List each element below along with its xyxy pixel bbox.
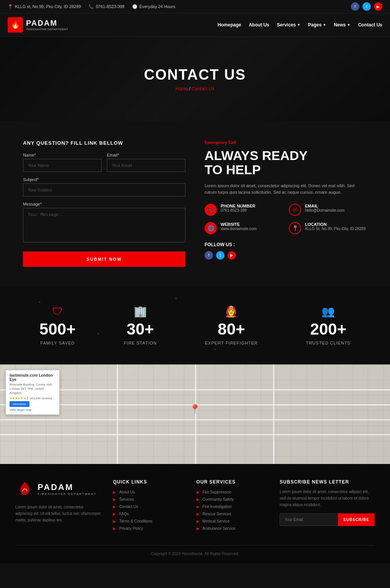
- info-heading: ALWAYS READY TO HELP: [205, 149, 367, 177]
- email-input[interactable]: [107, 159, 185, 172]
- follow-twitter-icon[interactable]: t: [216, 251, 224, 260]
- form-group-message: Message*: [23, 202, 185, 242]
- directions-button[interactable]: Directions: [10, 401, 29, 407]
- email-contact-icon: ✉: [289, 204, 301, 216]
- footer-link-services[interactable]: ▶ Services: [113, 497, 185, 501]
- hours-info: 🕐 Everyday 24 Hours: [132, 4, 175, 9]
- contact-form-side: ANY QUESTION? FILL LINK BELLOW Name* Ema…: [23, 140, 185, 267]
- footer-link-privacy[interactable]: ▶ Privacy Policy: [113, 526, 185, 531]
- top-bar-left: 📍 KLLG st, No.99, Pku City, ID 28289 📞 0…: [8, 4, 175, 9]
- arrow-icon: ▶: [113, 490, 116, 494]
- arrow-icon: ▶: [197, 526, 200, 531]
- navbar: 🔥 PADAM FIREFIGHTER DEPARTMENT Homepage …: [0, 13, 390, 37]
- footer-service-medical[interactable]: ▶ Medical Service: [197, 519, 269, 523]
- stat-fire-station: 🏢 30+ Fire Station: [124, 305, 157, 345]
- arrow-icon: ▶: [113, 526, 116, 531]
- website-contact-icon: 🌐: [205, 222, 217, 234]
- name-label: Name*: [23, 153, 102, 157]
- spark-6: [215, 349, 216, 350]
- spark-1: [39, 302, 40, 303]
- form-group-name: Name*: [23, 153, 102, 172]
- phone-details: PHONE NUMBER 0761-8523-398: [221, 204, 255, 212]
- submit-button[interactable]: SUBMIT NOW: [23, 252, 185, 267]
- building-icon: 🏢: [134, 305, 147, 318]
- email-label: Email*: [107, 153, 185, 157]
- footer-service-safety[interactable]: ▶ Community Safety: [197, 497, 269, 501]
- logo-text-block: PADAM FIREFIGHTER DEPARTMENT: [26, 19, 68, 31]
- location-contact-icon: 📍: [289, 222, 301, 234]
- footer: PADAM FIREFIGHTER DEPARTMENT Lorem ipsum…: [0, 464, 390, 564]
- form-row-name-email: Name* Email*: [23, 153, 185, 172]
- page-title: CONTACT US: [144, 67, 246, 83]
- footer-link-terms[interactable]: ▶ Terms & Conditions: [113, 519, 185, 523]
- map-overlay-card: lastminute.com London Eye Riverside Buil…: [6, 370, 59, 415]
- top-bar: 📍 KLLG st, No.99, Pku City, ID 28289 📞 0…: [0, 0, 390, 13]
- phone-info: 📞 0761-8523-398: [88, 4, 125, 9]
- nav-about[interactable]: About Us: [249, 22, 269, 28]
- nav-homepage[interactable]: Homepage: [218, 22, 241, 28]
- subject-input[interactable]: [23, 183, 185, 196]
- footer-link-about[interactable]: ▶ About Us: [113, 490, 185, 494]
- subscribe-email-input[interactable]: [280, 513, 338, 526]
- chevron-down-icon-news: ▼: [347, 23, 351, 27]
- location-details: LOCATION KLLG St, No.99, Pku City, ID 28…: [305, 222, 365, 231]
- firefighter-icon: 🧑‍🚒: [224, 305, 238, 318]
- arrow-icon: ▶: [197, 497, 200, 501]
- nav-links: Homepage About Us Services ▼ Pages ▼ New…: [218, 22, 382, 28]
- subscribe-button[interactable]: SUBSCRIBE: [338, 513, 375, 526]
- footer-subscribe: SUBSCRIBE NEWS LETTER Lorem ipsum dolor …: [280, 479, 375, 534]
- logo[interactable]: 🔥 PADAM FIREFIGHTER DEPARTMENT: [8, 17, 68, 33]
- stars-icon: ★★★★★: [10, 397, 23, 400]
- map-placeholder: lastminute.com London Eye Riverside Buil…: [0, 364, 390, 464]
- footer-service-ambulance[interactable]: ▶ Ambulance Service: [197, 526, 269, 531]
- top-bar-social: f t ▶: [351, 2, 382, 11]
- breadcrumb-current[interactable]: Contact Us: [192, 86, 214, 91]
- stat-family-saved: 🛡 500+ Family Saved: [39, 305, 76, 345]
- arrow-icon: ▶: [197, 512, 200, 516]
- form-title: ANY QUESTION? FILL LINK BELLOW: [23, 140, 185, 146]
- footer-logo: PADAM FIREFIGHTER DEPARTMENT: [15, 479, 102, 498]
- nav-pages[interactable]: Pages ▼: [308, 22, 326, 28]
- footer-link-contact[interactable]: ▶ Contact Us: [113, 505, 185, 509]
- nav-news[interactable]: News ▼: [334, 22, 350, 28]
- view-larger-link[interactable]: View larger map: [10, 408, 56, 412]
- hero-section: CONTACT US Home / Contact Us: [0, 37, 390, 121]
- map-section: lastminute.com London Eye Riverside Buil…: [0, 364, 390, 464]
- breadcrumb: Home / Contact Us: [144, 86, 246, 91]
- name-input[interactable]: [23, 159, 102, 172]
- twitter-icon[interactable]: t: [362, 2, 371, 11]
- contact-phone: 📞 PHONE NUMBER 0761-8523-398: [205, 204, 283, 216]
- arrow-icon: ▶: [197, 519, 200, 523]
- footer-services-col: OUR SERVICES ▶ Fire Suppression ▶ Commun…: [197, 479, 269, 534]
- footer-logo-text-block: PADAM FIREFIGHTER DEPARTMENT: [38, 482, 97, 496]
- spark-2: [98, 333, 99, 334]
- footer-quick-links: QUICK LINKS ▶ About Us ▶ Services ▶ Cont…: [113, 479, 185, 534]
- youtube-icon[interactable]: ▶: [374, 2, 382, 11]
- message-textarea[interactable]: [23, 208, 185, 242]
- facebook-icon[interactable]: f: [351, 2, 359, 11]
- info-description: Lorem ipsum dolor sit amet, consectetur …: [205, 183, 367, 196]
- shield-icon: 🛡: [52, 305, 63, 318]
- footer-service-investigation[interactable]: ▶ Fire Investigation: [197, 505, 269, 509]
- follow-youtube-icon[interactable]: ▶: [228, 251, 236, 260]
- nav-services[interactable]: Services ▼: [277, 22, 300, 28]
- follow-facebook-icon[interactable]: f: [205, 251, 213, 260]
- follow-icons: f t ▶: [205, 251, 367, 260]
- footer-service-suppression[interactable]: ▶ Fire Suppression: [197, 490, 269, 494]
- footer-service-rescue[interactable]: ▶ Rescue Services: [197, 512, 269, 516]
- arrow-icon: ▶: [113, 519, 116, 523]
- road-v-1: [117, 364, 118, 464]
- arrow-icon: ▶: [113, 497, 116, 501]
- footer-link-faqs[interactable]: ▶ FAQs: [113, 512, 185, 516]
- breadcrumb-home[interactable]: Home: [175, 86, 188, 91]
- arrow-icon: ▶: [197, 505, 200, 509]
- emergency-label: Emergency Call: [205, 140, 367, 145]
- contact-email: ✉ EMAIL hello@Domainsite.com: [289, 204, 367, 216]
- logo-icon: 🔥: [8, 17, 23, 33]
- nav-contact[interactable]: Contact Us: [358, 22, 382, 28]
- main-section: ANY QUESTION? FILL LINK BELLOW Name* Ema…: [0, 121, 390, 286]
- contact-location: 📍 LOCATION KLLG St, No.99, Pku City, ID …: [289, 222, 367, 234]
- hero-content: CONTACT US Home / Contact Us: [144, 67, 246, 91]
- address-info: 📍 KLLG st, No.99, Pku City, ID 28289: [8, 4, 81, 9]
- footer-brand: PADAM FIREFIGHTER DEPARTMENT Lorem ipsum…: [15, 479, 102, 534]
